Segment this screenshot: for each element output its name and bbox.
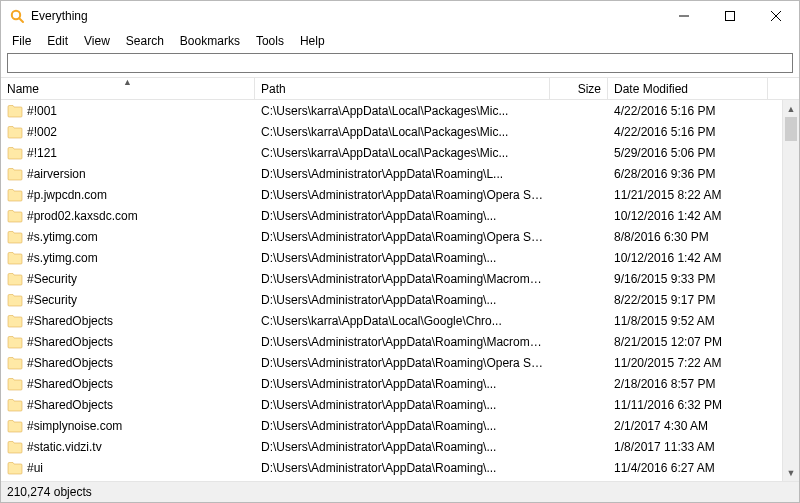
header-size[interactable]: Size (550, 78, 608, 99)
minimize-button[interactable] (661, 1, 707, 31)
menu-help[interactable]: Help (293, 32, 332, 50)
file-name: #s.ytimg.com (27, 230, 98, 244)
cell-path: C:\Users\karra\AppData\Local\Packages\Mi… (255, 104, 550, 118)
list-wrapper: #!001C:\Users\karra\AppData\Local\Packag… (1, 100, 799, 481)
cell-path: D:\Users\Administrator\AppData\Roaming\O… (255, 188, 550, 202)
folder-icon (7, 377, 23, 391)
cell-path: D:\Users\Administrator\AppData\Roaming\.… (255, 293, 550, 307)
table-row[interactable]: #SecurityD:\Users\Administrator\AppData\… (1, 268, 782, 289)
cell-name: #SharedObjects (1, 398, 255, 412)
table-row[interactable]: #prod02.kaxsdc.comD:\Users\Administrator… (1, 205, 782, 226)
folder-icon (7, 125, 23, 139)
header-path-label: Path (261, 82, 286, 96)
titlebar[interactable]: Everything (1, 1, 799, 31)
cell-path: C:\Users\karra\AppData\Local\Google\Chro… (255, 314, 550, 328)
cell-date: 10/12/2016 1:42 AM (608, 209, 768, 223)
table-row[interactable]: #SharedObjectsD:\Users\Administrator\App… (1, 394, 782, 415)
folder-icon (7, 335, 23, 349)
file-name: #s.ytimg.com (27, 251, 98, 265)
cell-path: D:\Users\Administrator\AppData\Roaming\M… (255, 335, 550, 349)
table-row[interactable]: #p.jwpcdn.comD:\Users\Administrator\AppD… (1, 184, 782, 205)
menu-tools[interactable]: Tools (249, 32, 291, 50)
scroll-up-icon[interactable]: ▲ (783, 100, 799, 117)
table-row[interactable]: #!121C:\Users\karra\AppData\Local\Packag… (1, 142, 782, 163)
menubar: File Edit View Search Bookmarks Tools He… (1, 31, 799, 51)
header-size-label: Size (578, 82, 601, 96)
cell-name: #static.vidzi.tv (1, 440, 255, 454)
cell-name: #simplynoise.com (1, 419, 255, 433)
vertical-scrollbar[interactable]: ▲ ▼ (782, 100, 799, 481)
header-name-label: Name (7, 82, 39, 96)
cell-name: #SharedObjects (1, 314, 255, 328)
folder-icon (7, 167, 23, 181)
folder-icon (7, 293, 23, 307)
search-input[interactable] (7, 53, 793, 73)
menu-search[interactable]: Search (119, 32, 171, 50)
menu-edit[interactable]: Edit (40, 32, 75, 50)
cell-date: 11/21/2015 8:22 AM (608, 188, 768, 202)
app-window: Everything File Edit View Search Bookmar… (0, 0, 800, 503)
table-row[interactable]: #airversionD:\Users\Administrator\AppDat… (1, 163, 782, 184)
table-row[interactable]: #s.ytimg.comD:\Users\Administrator\AppDa… (1, 226, 782, 247)
table-row[interactable]: #SharedObjectsD:\Users\Administrator\App… (1, 331, 782, 352)
menu-file[interactable]: File (5, 32, 38, 50)
file-name: #!001 (27, 104, 57, 118)
cell-date: 11/4/2016 6:27 AM (608, 461, 768, 475)
file-name: #SharedObjects (27, 377, 113, 391)
file-name: #SharedObjects (27, 356, 113, 370)
cell-name: #Security (1, 272, 255, 286)
cell-path: C:\Users\karra\AppData\Local\Packages\Mi… (255, 146, 550, 160)
cell-date: 1/8/2017 11:33 AM (608, 440, 768, 454)
listview[interactable]: #!001C:\Users\karra\AppData\Local\Packag… (1, 100, 782, 481)
cell-path: D:\Users\Administrator\AppData\Roaming\.… (255, 461, 550, 475)
status-text: 210,274 objects (7, 485, 92, 499)
file-name: #p.jwpcdn.com (27, 188, 107, 202)
cell-path: D:\Users\Administrator\AppData\Roaming\L… (255, 167, 550, 181)
folder-icon (7, 398, 23, 412)
maximize-button[interactable] (707, 1, 753, 31)
table-row[interactable]: #SharedObjectsD:\Users\Administrator\App… (1, 352, 782, 373)
file-name: #!002 (27, 125, 57, 139)
file-name: #static.vidzi.tv (27, 440, 102, 454)
cell-path: D:\Users\Administrator\AppData\Roaming\.… (255, 251, 550, 265)
scroll-thumb[interactable] (785, 117, 797, 141)
table-row[interactable]: #SecurityD:\Users\Administrator\AppData\… (1, 289, 782, 310)
cell-path: D:\Users\Administrator\AppData\Roaming\O… (255, 230, 550, 244)
table-row[interactable]: #static.vidzi.tvD:\Users\Administrator\A… (1, 436, 782, 457)
menu-bookmarks[interactable]: Bookmarks (173, 32, 247, 50)
close-button[interactable] (753, 1, 799, 31)
file-name: #SharedObjects (27, 398, 113, 412)
file-name: #SharedObjects (27, 314, 113, 328)
searchbar (1, 51, 799, 77)
folder-icon (7, 209, 23, 223)
cell-name: #airversion (1, 167, 255, 181)
header-path[interactable]: Path (255, 78, 550, 99)
folder-icon (7, 440, 23, 454)
header-date-label: Date Modified (614, 82, 688, 96)
cell-date: 10/12/2016 1:42 AM (608, 251, 768, 265)
header-name[interactable]: ▲ Name (1, 78, 255, 99)
folder-icon (7, 314, 23, 328)
table-row[interactable]: #!002C:\Users\karra\AppData\Local\Packag… (1, 121, 782, 142)
folder-icon (7, 461, 23, 475)
table-row[interactable]: #simplynoise.comD:\Users\Administrator\A… (1, 415, 782, 436)
file-name: #SharedObjects (27, 335, 113, 349)
cell-date: 9/16/2015 9:33 PM (608, 272, 768, 286)
table-row[interactable]: #!001C:\Users\karra\AppData\Local\Packag… (1, 100, 782, 121)
header-date[interactable]: Date Modified (608, 78, 768, 99)
scroll-down-icon[interactable]: ▼ (783, 464, 799, 481)
table-row[interactable]: #SharedObjectsC:\Users\karra\AppData\Loc… (1, 310, 782, 331)
file-name: #Security (27, 272, 77, 286)
window-title: Everything (31, 9, 88, 23)
cell-name: #!002 (1, 125, 255, 139)
menu-view[interactable]: View (77, 32, 117, 50)
file-name: #prod02.kaxsdc.com (27, 209, 138, 223)
column-headers: ▲ Name Path Size Date Modified (1, 77, 799, 100)
table-row[interactable]: #s.ytimg.comD:\Users\Administrator\AppDa… (1, 247, 782, 268)
scroll-track[interactable] (783, 117, 799, 464)
table-row[interactable]: #uiD:\Users\Administrator\AppData\Roamin… (1, 457, 782, 478)
cell-date: 6/28/2016 9:36 PM (608, 167, 768, 181)
cell-date: 11/11/2016 6:32 PM (608, 398, 768, 412)
table-row[interactable]: #SharedObjectsD:\Users\Administrator\App… (1, 373, 782, 394)
cell-date: 4/22/2016 5:16 PM (608, 125, 768, 139)
